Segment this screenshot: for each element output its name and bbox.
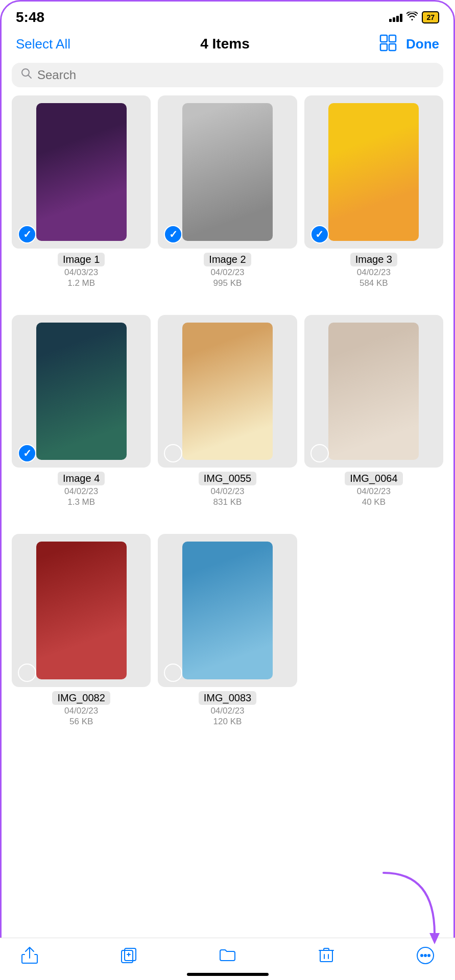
search-bar[interactable]: [12, 63, 443, 87]
thumbnail-image: [328, 103, 419, 241]
thumbnail-image: [328, 323, 419, 460]
item-date: 04/02/23: [210, 486, 244, 497]
thumbnail-wrapper: [304, 315, 443, 468]
thumbnail-image: [182, 103, 273, 241]
item-name: IMG_0083: [199, 691, 256, 705]
add-copy-button[interactable]: [119, 946, 138, 965]
list-item[interactable]: IMG_008204/02/2356 KB: [12, 534, 151, 727]
list-item[interactable]: Image 104/03/231.2 MB: [12, 95, 151, 288]
svg-point-16: [428, 954, 430, 957]
item-date: 04/02/23: [64, 706, 98, 716]
selection-indicator-item-4[interactable]: [18, 444, 36, 462]
list-item[interactable]: Image 304/02/23584 KB: [304, 95, 443, 288]
search-input[interactable]: [37, 68, 434, 82]
item-size: 831 KB: [213, 497, 242, 507]
item-size: 995 KB: [213, 278, 242, 288]
item-name: Image 1: [58, 253, 105, 266]
list-item[interactable]: IMG_008304/02/23120 KB: [158, 534, 297, 727]
svg-line-5: [29, 76, 32, 79]
thumbnail-wrapper: [158, 534, 297, 687]
list-item[interactable]: Image 404/02/231.3 MB: [12, 315, 151, 508]
thumbnail-wrapper: [12, 95, 151, 249]
thumbnail-image: [182, 323, 273, 460]
list-item[interactable]: IMG_006404/02/2340 KB: [304, 315, 443, 508]
item-size: 1.3 MB: [67, 497, 95, 507]
row-spacer: [12, 516, 443, 526]
status-bar: 5:48 27: [2, 2, 453, 29]
item-name: Image 3: [350, 253, 397, 266]
list-item[interactable]: Image 204/02/23995 KB: [158, 95, 297, 288]
item-date: 04/02/23: [210, 267, 244, 278]
item-date: 04/02/23: [210, 706, 244, 716]
search-icon: [21, 68, 32, 82]
page-title: 4 Items: [200, 36, 250, 52]
grid-view-button[interactable]: [379, 34, 397, 54]
status-icons: 27: [389, 11, 439, 23]
selection-indicator-item-5[interactable]: [164, 444, 182, 462]
selection-indicator-item-3[interactable]: [310, 225, 329, 243]
battery-indicator: 27: [422, 11, 439, 23]
list-item[interactable]: IMG_005504/02/23831 KB: [158, 315, 297, 508]
item-size: 120 KB: [213, 717, 242, 727]
trash-button[interactable]: [317, 946, 336, 965]
header: Select All 4 Items Done: [2, 29, 453, 59]
item-size: 584 KB: [360, 278, 388, 288]
header-right: Done: [379, 34, 439, 54]
item-name: IMG_0055: [199, 472, 256, 485]
done-button[interactable]: Done: [406, 36, 439, 52]
svg-rect-3: [389, 44, 396, 51]
row-spacer: [12, 297, 443, 307]
selection-indicator-item-8[interactable]: [164, 664, 182, 682]
thumbnail-image: [36, 323, 127, 460]
selection-indicator-item-2[interactable]: [164, 225, 182, 243]
thumbnail-wrapper: [158, 315, 297, 468]
item-name: IMG_0082: [52, 691, 110, 705]
thumbnail-image: [182, 542, 273, 679]
select-all-button[interactable]: Select All: [16, 36, 70, 52]
item-size: 40 KB: [362, 497, 386, 507]
wifi-icon: [406, 12, 418, 23]
selection-indicator-item-1[interactable]: [18, 225, 36, 243]
thumbnail-image: [36, 103, 127, 241]
item-name: Image 2: [204, 253, 251, 266]
selection-indicator-item-6[interactable]: [310, 444, 329, 462]
arrow-annotation: [373, 868, 445, 949]
thumbnail-image: [36, 542, 127, 679]
status-time: 5:48: [16, 9, 44, 26]
svg-rect-2: [380, 44, 387, 51]
svg-rect-10: [320, 950, 332, 962]
folder-button[interactable]: [219, 946, 237, 965]
svg-point-14: [421, 954, 423, 957]
svg-rect-0: [380, 35, 387, 42]
item-date: 04/03/23: [64, 267, 98, 278]
more-button[interactable]: [416, 946, 435, 965]
item-date: 04/02/23: [357, 486, 391, 497]
thumbnail-wrapper: [304, 95, 443, 249]
item-date: 04/02/23: [64, 486, 98, 497]
thumbnail-wrapper: [12, 534, 151, 687]
item-size: 56 KB: [69, 717, 93, 727]
svg-point-15: [424, 954, 426, 957]
home-indicator: [187, 973, 269, 976]
thumbnail-wrapper: [158, 95, 297, 249]
svg-rect-1: [389, 35, 396, 42]
signal-icon: [389, 13, 402, 22]
item-size: 1.2 MB: [67, 278, 95, 288]
share-button[interactable]: [20, 946, 39, 965]
item-date: 04/02/23: [357, 267, 391, 278]
image-grid: Image 104/03/231.2 MBImage 204/02/23995 …: [2, 95, 453, 788]
thumbnail-wrapper: [12, 315, 151, 468]
item-name: IMG_0064: [345, 472, 402, 485]
item-name: Image 4: [58, 472, 105, 485]
selection-indicator-item-7[interactable]: [18, 664, 36, 682]
